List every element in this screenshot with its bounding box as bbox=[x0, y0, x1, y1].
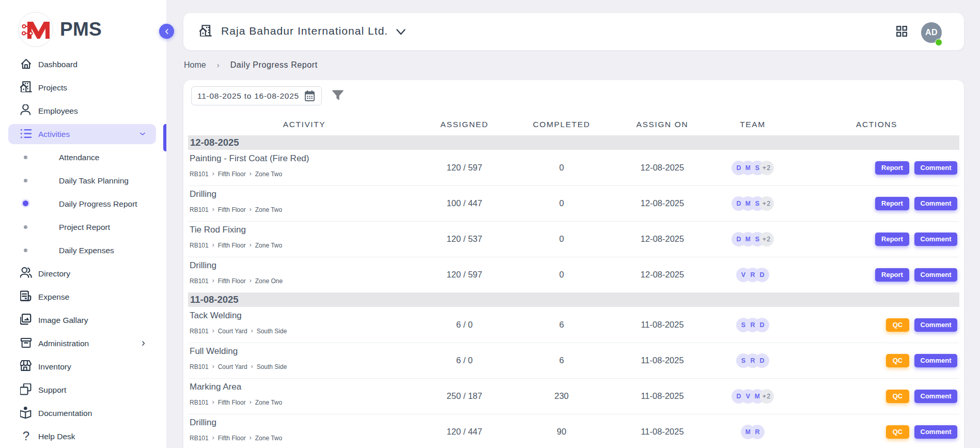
svg-text:?: ? bbox=[23, 430, 29, 442]
